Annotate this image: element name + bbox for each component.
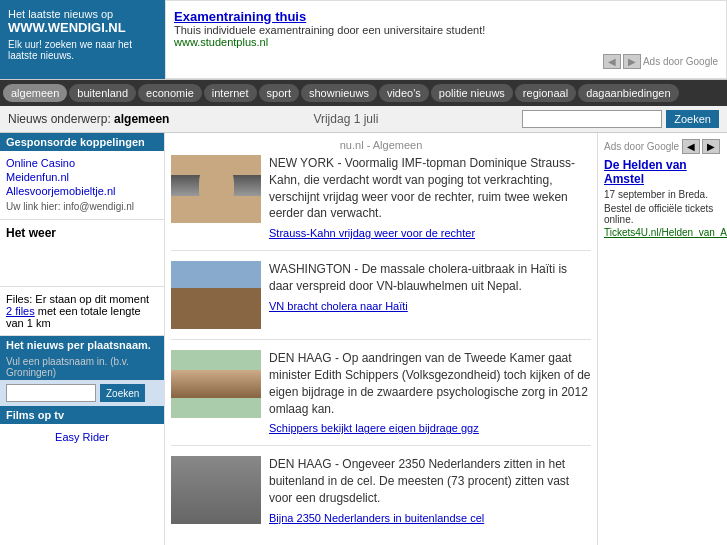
- topic-prefix: Nieuws onderwerp:: [8, 112, 111, 126]
- news-link-1[interactable]: Strauss-Kahn vrijdag weer voor de rechte…: [269, 227, 475, 239]
- news-link-2[interactable]: VN bracht cholera naar Haïti: [269, 300, 408, 312]
- news-text-2: WASHINGTON - De massale cholera-uitbraak…: [269, 261, 591, 295]
- topic-value: algemeen: [114, 112, 169, 126]
- weather-title: Het weer: [6, 226, 158, 240]
- site-branding: Het laatste nieuws op WWW.WENDIGI.NL Elk…: [0, 0, 165, 79]
- right-ad-date: 17 september in Breda.: [604, 189, 721, 200]
- top-advertisement: Examentraining thuis Thuis individuele e…: [165, 0, 727, 79]
- site-tagline2: Elk uur! zoeken we naar het laatste nieu…: [8, 39, 157, 61]
- films-content: Easy Rider: [0, 424, 164, 450]
- right-ad-text: Bestel de officiële tickets online.: [604, 203, 721, 225]
- tab-buitenland[interactable]: buitenland: [69, 84, 136, 102]
- date-display: Vrijdag 1 juli: [313, 112, 378, 126]
- location-search-button[interactable]: Zoeken: [100, 384, 145, 402]
- sponsored-title: Gesponsorde koppelingen: [0, 133, 164, 151]
- topic-label: Nieuws onderwerp: algemeen: [8, 112, 169, 126]
- right-ad-title[interactable]: De Helden van Amstel: [604, 158, 721, 186]
- news-link-3[interactable]: Schippers bekijkt lagere eigen bijdrage …: [269, 422, 479, 434]
- news-item-2: WASHINGTON - De massale cholera-uitbraak…: [171, 261, 591, 340]
- search-input[interactable]: [522, 110, 662, 128]
- tab-algemeen[interactable]: algemeen: [3, 84, 67, 102]
- site-tagline1: Het laatste nieuws op: [8, 8, 157, 20]
- news-thumb-3: [171, 350, 261, 418]
- tab-politie-nieuws[interactable]: politie nieuws: [431, 84, 513, 102]
- weather-section: Het weer: [0, 220, 164, 287]
- films-section: Films op tv Easy Rider: [0, 406, 164, 450]
- location-title: Het nieuws per plaatsnaam.: [0, 336, 164, 354]
- news-item-3: DEN HAAG - Op aandringen van de Tweede K…: [171, 350, 591, 446]
- tab-economie[interactable]: economie: [138, 84, 202, 102]
- right-ad-link[interactable]: Tickets4U.nl/Helden_van_Amstel: [604, 227, 721, 238]
- sidebar-link-meidenfun[interactable]: Meidenfun.nl: [6, 171, 158, 183]
- files-text: Files: Er staan op dit moment: [6, 293, 149, 305]
- sidebar-contact: Uw link hier: info@wendigi.nl: [6, 201, 134, 212]
- right-sidebar: Ads door Google ◀ ▶ De Helden van Amstel…: [597, 133, 727, 545]
- tab-sport[interactable]: sport: [259, 84, 299, 102]
- right-ads-header: Ads door Google ◀ ▶: [604, 139, 721, 154]
- right-ad-next[interactable]: ▶: [702, 139, 720, 154]
- news-thumb-4: [171, 456, 261, 524]
- news-body-3: DEN HAAG - Op aandringen van de Tweede K…: [269, 350, 591, 435]
- tab-shownieuws[interactable]: shownieuws: [301, 84, 377, 102]
- sidebar-link-mobieltje[interactable]: Allesvoorjemobieltje.nl: [6, 185, 158, 197]
- film-easy-rider[interactable]: Easy Rider: [55, 431, 109, 443]
- tab-dagaanbiedingen[interactable]: dagaanbiedingen: [578, 84, 678, 102]
- right-ad-prev[interactable]: ◀: [682, 139, 700, 154]
- films-title: Films op tv: [0, 406, 164, 424]
- news-item-4: DEN HAAG - Ongeveer 2350 Nederlanders zi…: [171, 456, 591, 534]
- news-thumb-2: [171, 261, 261, 329]
- ad-prev-arrow[interactable]: ◀: [603, 54, 621, 69]
- sub-header: Nieuws onderwerp: algemeen Vrijdag 1 jul…: [0, 106, 727, 133]
- right-ads-label: Ads door Google: [604, 141, 679, 152]
- news-body-4: DEN HAAG - Ongeveer 2350 Nederlanders zi…: [269, 456, 591, 524]
- files-link[interactable]: 2 files: [6, 305, 35, 317]
- news-text-1: NEW YORK - Voormalig IMF-topman Dominiqu…: [269, 155, 591, 222]
- news-source: nu.nl - Algemeen: [171, 139, 591, 151]
- ad-next-arrow[interactable]: ▶: [623, 54, 641, 69]
- tab-internet[interactable]: internet: [204, 84, 257, 102]
- location-subtitle: Vul een plaatsnaam in. (b.v. Groningen): [0, 354, 164, 380]
- left-sidebar: Gesponsorde koppelingen Online Casino Me…: [0, 133, 165, 545]
- tab-videos[interactable]: video's: [379, 84, 429, 102]
- news-body-2: WASHINGTON - De massale cholera-uitbraak…: [269, 261, 591, 329]
- navigation-tabs: algemeen buitenland economie internet sp…: [0, 80, 727, 106]
- news-text-4: DEN HAAG - Ongeveer 2350 Nederlanders zi…: [269, 456, 591, 506]
- sidebar-link-casino[interactable]: Online Casino: [6, 157, 158, 169]
- ad-url[interactable]: www.studentplus.nl: [174, 36, 718, 48]
- ad-description: Thuis individuele examentraining door ee…: [174, 24, 718, 36]
- files-section: Files: Er staan op dit moment 2 files me…: [0, 287, 164, 336]
- location-input[interactable]: [6, 384, 96, 402]
- search-button[interactable]: Zoeken: [666, 110, 719, 128]
- ad-title[interactable]: Examentraining thuis: [174, 9, 718, 24]
- news-center: nu.nl - Algemeen NEW YORK - Voormalig IM…: [165, 133, 597, 545]
- tab-regionaal[interactable]: regionaal: [515, 84, 576, 102]
- news-link-4[interactable]: Bijna 2350 Nederlanders in buitenlandse …: [269, 512, 484, 524]
- sponsored-links-section: Gesponsorde koppelingen Online Casino Me…: [0, 133, 164, 220]
- news-thumb-1: [171, 155, 261, 223]
- ads-by-google-label: Ads door Google: [643, 56, 718, 67]
- main-content: Gesponsorde koppelingen Online Casino Me…: [0, 133, 727, 545]
- location-input-row: Zoeken: [0, 380, 164, 406]
- news-body-1: NEW YORK - Voormalig IMF-topman Dominiqu…: [269, 155, 591, 240]
- search-area: Zoeken: [522, 110, 719, 128]
- site-name: WWW.WENDIGI.NL: [8, 20, 157, 35]
- news-text-3: DEN HAAG - Op aandringen van de Tweede K…: [269, 350, 591, 417]
- news-item-1: NEW YORK - Voormalig IMF-topman Dominiqu…: [171, 155, 591, 251]
- location-section: Het nieuws per plaatsnaam. Vul een plaat…: [0, 336, 164, 406]
